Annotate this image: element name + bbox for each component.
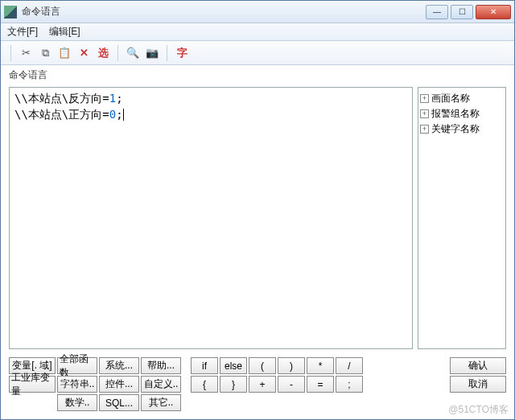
select-all-button[interactable]: 选 bbox=[95, 45, 111, 61]
titlebar: 命令语言 — ☐ ✕ bbox=[1, 1, 514, 23]
window-buttons: — ☐ ✕ bbox=[426, 5, 511, 19]
tree-item[interactable]: +画面名称 bbox=[420, 91, 504, 106]
plus-button[interactable]: + bbox=[249, 376, 276, 393]
string-button[interactable]: 字符串.. bbox=[57, 376, 97, 393]
paste-icon[interactable]: 📋 bbox=[56, 45, 72, 61]
if-button[interactable]: if bbox=[191, 357, 218, 374]
rbrace-button[interactable]: } bbox=[220, 376, 247, 393]
code-line: \\本站点\反方向=1; bbox=[14, 91, 407, 107]
workarea: \\本站点\反方向=1; \\本站点\正方向=0; +画面名称 +报警组名称 +… bbox=[1, 84, 514, 354]
minus-button[interactable]: - bbox=[278, 376, 305, 393]
divide-button[interactable]: / bbox=[336, 357, 363, 374]
action-buttons: 确认 取消 bbox=[450, 357, 506, 393]
lparen-button[interactable]: ( bbox=[249, 357, 276, 374]
panel-label: 命令语言 bbox=[1, 65, 514, 84]
math-button[interactable]: 数学.. bbox=[57, 394, 97, 411]
window-title: 命令语言 bbox=[22, 5, 426, 19]
tree-item[interactable]: +报警组名称 bbox=[420, 106, 504, 121]
ok-button[interactable]: 确认 bbox=[450, 357, 506, 374]
equals-button[interactable]: = bbox=[307, 376, 334, 393]
other-button[interactable]: 其它.. bbox=[141, 394, 181, 411]
tree-label: 关键字名称 bbox=[431, 122, 480, 136]
rparen-button[interactable]: ) bbox=[278, 357, 305, 374]
semicolon-button[interactable]: ; bbox=[336, 376, 363, 393]
copy-icon[interactable]: ⧉ bbox=[37, 45, 53, 61]
button-group-left: 变量[. 域] 工业库变量 全部函数 字符串.. 数学.. 系统... 控件..… bbox=[9, 357, 181, 411]
menu-edit[interactable]: 编辑[E] bbox=[49, 25, 80, 39]
toolbar-sep bbox=[10, 45, 11, 61]
bottom-bar: 变量[. 域] 工业库变量 全部函数 字符串.. 数学.. 系统... 控件..… bbox=[1, 354, 514, 419]
all-functions-button[interactable]: 全部函数 bbox=[57, 357, 97, 374]
maximize-button[interactable]: ☐ bbox=[451, 5, 473, 19]
tree-label: 画面名称 bbox=[431, 92, 470, 105]
cut-icon[interactable]: ✂ bbox=[18, 45, 34, 61]
app-icon bbox=[4, 6, 17, 19]
close-button[interactable]: ✕ bbox=[476, 5, 511, 19]
menu-file[interactable]: 文件[F] bbox=[7, 25, 38, 39]
cancel-button[interactable]: 取消 bbox=[450, 376, 506, 393]
system-button[interactable]: 系统... bbox=[99, 357, 139, 374]
tree-label: 报警组名称 bbox=[431, 107, 480, 121]
app-window: 命令语言 — ☐ ✕ 文件[F] 编辑[E] ✂ ⧉ 📋 ✕ 选 🔍 📷 字 命… bbox=[0, 0, 515, 420]
menubar: 文件[F] 编辑[E] bbox=[1, 23, 514, 41]
code-editor[interactable]: \\本站点\反方向=1; \\本站点\正方向=0; bbox=[9, 87, 413, 349]
toolbar-sep bbox=[117, 45, 118, 61]
multiply-button[interactable]: * bbox=[307, 357, 334, 374]
control-button[interactable]: 控件... bbox=[99, 376, 139, 393]
caret-icon bbox=[123, 109, 124, 121]
tree-item[interactable]: +关键字名称 bbox=[420, 121, 504, 137]
help-button[interactable]: 帮助... bbox=[141, 357, 181, 374]
font-button[interactable]: 字 bbox=[174, 45, 190, 61]
else-button[interactable]: else bbox=[220, 357, 247, 374]
expand-icon[interactable]: + bbox=[420, 109, 429, 118]
industrial-var-button[interactable]: 工业库变量 bbox=[9, 376, 56, 393]
expand-icon[interactable]: + bbox=[420, 94, 429, 103]
delete-icon[interactable]: ✕ bbox=[76, 45, 92, 61]
code-line: \\本站点\正方向=0; bbox=[14, 107, 407, 123]
sql-button[interactable]: SQL... bbox=[99, 394, 139, 411]
camera-icon[interactable]: 📷 bbox=[144, 45, 160, 61]
find-icon[interactable]: 🔍 bbox=[125, 45, 141, 61]
toolbar: ✂ ⧉ 📋 ✕ 选 🔍 📷 字 bbox=[1, 41, 514, 65]
symbol-grid: if else ( ) * / { } + - = ; bbox=[191, 357, 363, 393]
custom-button[interactable]: 自定义.. bbox=[141, 376, 181, 393]
minimize-button[interactable]: — bbox=[426, 5, 448, 19]
lbrace-button[interactable]: { bbox=[191, 376, 218, 393]
expand-icon[interactable]: + bbox=[420, 125, 429, 134]
tree-panel: +画面名称 +报警组名称 +关键字名称 bbox=[418, 87, 506, 349]
toolbar-sep bbox=[167, 45, 167, 61]
